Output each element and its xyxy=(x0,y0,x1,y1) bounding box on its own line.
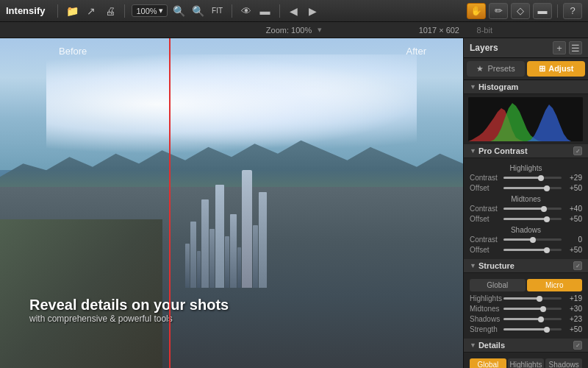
tab-presets[interactable]: ★ Presets xyxy=(467,61,525,77)
shadows-contrast-slider[interactable] xyxy=(503,238,562,241)
left-urban-area xyxy=(0,219,162,368)
midtones-contrast-slider[interactable] xyxy=(503,208,562,210)
highlights-contrast-thumb[interactable] xyxy=(538,175,544,181)
structure-shadows-slider[interactable] xyxy=(503,318,562,320)
structure-midtones-slider[interactable] xyxy=(503,308,562,310)
structure-highlights-row: Highlights +19 xyxy=(470,294,582,302)
caption-area: Reveal details on your shots with compre… xyxy=(29,297,229,324)
hand-tool-button[interactable]: ✋ xyxy=(467,3,486,19)
zoom-out-icon[interactable]: 🔍 xyxy=(172,4,187,18)
add-layer-button[interactable]: + xyxy=(553,41,566,54)
shadows-contrast-row: Contrast 0 xyxy=(470,236,582,244)
app-title: Intensify xyxy=(6,5,45,16)
midtones-group-label: Midtones xyxy=(470,195,582,203)
building xyxy=(201,199,209,288)
highlights-offset-slider[interactable] xyxy=(503,187,562,189)
zoom-selector[interactable]: 100% ▾ xyxy=(132,4,167,17)
layers-header: Layers + ☰ xyxy=(464,38,588,58)
structure-arrow-icon: ▼ xyxy=(470,262,476,269)
layers-menu-button[interactable]: ☰ xyxy=(569,41,582,54)
histogram-area xyxy=(464,94,588,144)
nav-forward-icon[interactable]: ▶ xyxy=(306,4,320,18)
zoom-bar-label: Zoom: 100% xyxy=(266,26,312,35)
toolbar-separator xyxy=(124,4,125,18)
midtones-offset-fill xyxy=(503,218,547,220)
structure-controls: Global Micro Highlights +19 Midtones +30 xyxy=(464,273,588,339)
structure-highlights-slider[interactable] xyxy=(503,297,562,300)
structure-midtones-label: Midtones xyxy=(470,305,501,313)
image-info: 1017 × 602 xyxy=(419,26,459,35)
highlights-contrast-label: Contrast xyxy=(470,174,501,182)
global-toggle-button[interactable]: Global xyxy=(470,279,526,291)
histogram-title: Histogram xyxy=(478,82,582,91)
midtones-contrast-thumb[interactable] xyxy=(541,206,547,212)
midtones-contrast-value: +40 xyxy=(564,205,582,213)
tab-adjust[interactable]: ⊞ Adjust xyxy=(527,61,585,77)
nav-back-icon[interactable]: ◀ xyxy=(287,4,301,18)
structure-midtones-value: +30 xyxy=(564,305,582,313)
buildings-group xyxy=(185,170,267,288)
building xyxy=(190,222,196,288)
structure-strength-slider[interactable] xyxy=(503,328,562,330)
clouds-layer xyxy=(46,54,417,153)
details-global-tab[interactable]: Global xyxy=(470,358,506,368)
structure-strength-thumb[interactable] xyxy=(544,327,550,333)
tab-presets-label: Presets xyxy=(487,64,514,73)
building xyxy=(253,225,258,288)
structure-midtones-thumb[interactable] xyxy=(540,306,546,312)
shadows-offset-slider[interactable] xyxy=(503,249,562,251)
structure-strength-row: Strength +50 xyxy=(470,325,582,333)
before-after-divider[interactable] xyxy=(169,38,171,368)
toolbar-separator xyxy=(232,4,232,18)
panel-tabs: ★ Presets ⊞ Adjust xyxy=(464,58,588,80)
building xyxy=(225,236,229,288)
structure-section-header[interactable]: ▼ Structure ✓ xyxy=(464,259,588,273)
image-area[interactable]: Before After Reveal details on your shot… xyxy=(0,38,463,368)
pro-contrast-checkbox[interactable]: ✓ xyxy=(573,146,582,155)
help-button[interactable]: ? xyxy=(563,3,582,19)
zoom-bar-indicator: ▾ xyxy=(318,25,322,35)
tab-adjust-label: Adjust xyxy=(548,64,573,73)
midtones-offset-thumb[interactable] xyxy=(544,216,550,222)
caption-subtitle: with comprehensive & powerful tools xyxy=(29,314,229,324)
midtones-offset-slider[interactable] xyxy=(503,218,562,220)
zoom-in-icon[interactable]: 🔍 xyxy=(191,4,206,18)
details-checkbox[interactable]: ✓ xyxy=(573,341,582,350)
share-icon[interactable]: ↗ xyxy=(84,4,98,18)
shadows-contrast-thumb[interactable] xyxy=(530,237,536,243)
brush-tool-button[interactable]: ✏ xyxy=(489,3,508,19)
histogram-section-header[interactable]: ▼ Histogram xyxy=(464,80,588,94)
details-shadows-tab[interactable]: Shadows xyxy=(545,358,582,368)
before-label: Before xyxy=(59,46,87,57)
view-mode-icon[interactable]: ▬ xyxy=(258,4,273,18)
structure-shadows-value: +23 xyxy=(564,315,582,323)
fit-button[interactable]: FIT xyxy=(210,4,225,18)
eraser-tool-button[interactable]: ◇ xyxy=(511,3,530,19)
shadows-offset-thumb[interactable] xyxy=(544,247,550,253)
structure-shadows-row: Shadows +23 xyxy=(470,315,582,323)
structure-strength-fill xyxy=(503,328,547,330)
structure-shadows-fill xyxy=(503,318,541,320)
building xyxy=(259,192,267,288)
histogram-svg xyxy=(468,97,583,141)
details-highlights-tab[interactable]: Highlights xyxy=(508,358,545,368)
details-section-header[interactable]: ▼ Details ✓ xyxy=(464,339,588,353)
mask-tool-button[interactable]: ▬ xyxy=(533,3,552,19)
structure-strength-value: +50 xyxy=(564,325,582,333)
structure-title: Structure xyxy=(478,261,571,270)
print-icon[interactable]: 🖨 xyxy=(103,4,118,18)
shadows-contrast-value: 0 xyxy=(564,236,582,244)
structure-highlights-thumb[interactable] xyxy=(537,296,542,302)
micro-toggle-button[interactable]: Micro xyxy=(527,279,583,291)
structure-checkbox[interactable]: ✓ xyxy=(573,261,582,270)
details-tabs-group: Global Highlights Shadows xyxy=(470,358,582,368)
highlights-contrast-slider[interactable] xyxy=(503,177,562,179)
pro-contrast-section-header[interactable]: ▼ Pro Contrast ✓ xyxy=(464,144,588,158)
structure-shadows-thumb[interactable] xyxy=(538,316,544,322)
preview-icon[interactable]: 👁 xyxy=(239,4,254,18)
toolbar-separator xyxy=(57,4,58,18)
highlights-offset-thumb[interactable] xyxy=(544,185,550,191)
open-file-icon[interactable]: 📁 xyxy=(65,4,79,18)
highlights-offset-value: +50 xyxy=(564,184,582,192)
shadows-contrast-label: Contrast xyxy=(470,236,501,244)
